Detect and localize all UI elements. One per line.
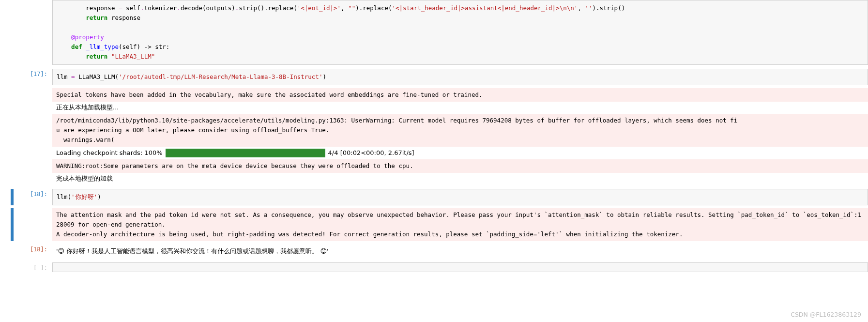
result-text: '😊 你好呀！我是人工智能语言模型，很高兴和你交流！有什么问题或话题想聊，我都愿… xyxy=(52,244,868,259)
code-area[interactable] xyxy=(52,262,868,272)
progress-bar xyxy=(166,149,325,157)
stdout: 完成本地模型的加载 xyxy=(52,173,868,185)
output-prompt-empty xyxy=(14,208,52,241)
input-prompt: [17]: xyxy=(14,69,52,85)
input-prompt: [18]: xyxy=(14,189,52,205)
code-area[interactable]: llm('你好呀') xyxy=(52,189,868,205)
progress-row: Loading checkpoint shards: 100% 4/4 [00:… xyxy=(52,147,868,159)
output-prompt: [18]: xyxy=(14,244,52,259)
code-cell-17: [17]: llm = LLaMA3_LLM('/root/autodl-tmp… xyxy=(11,69,868,85)
code-cell-empty: [ ]: xyxy=(11,262,868,272)
code-cell-18: [18]: llm('你好呀') xyxy=(11,189,868,205)
output-cell-17: Special tokens have been added in the vo… xyxy=(11,88,868,185)
progress-label: Loading checkpoint shards: 100% xyxy=(56,149,163,156)
stderr: The attention mask and the pad token id … xyxy=(52,208,868,241)
output-prompt-empty xyxy=(14,88,52,185)
code-area[interactable]: response = self.tokenizer.decode(outputs… xyxy=(52,0,868,65)
stderr: WARNING:root:Some parameters are on the … xyxy=(52,159,868,173)
prompt-empty xyxy=(14,0,52,65)
progress-suffix: 4/4 [00:02<00:00, 2.67it/s] xyxy=(328,149,414,156)
stdout: 正在从本地加载模型... xyxy=(52,102,868,114)
output-cell-18-stderr: The attention mask and the pad token id … xyxy=(11,208,868,241)
code-cell-tail: response = self.tokenizer.decode(outputs… xyxy=(11,0,868,65)
stderr: /root/miniconda3/lib/python3.10/site-pac… xyxy=(52,114,868,147)
code-area[interactable]: llm = LLaMA3_LLM('/root/autodl-tmp/LLM-R… xyxy=(52,69,868,85)
stderr: Special tokens have been added in the vo… xyxy=(52,88,868,102)
output-cell-18-result: [18]: '😊 你好呀！我是人工智能语言模型，很高兴和你交流！有什么问题或话题… xyxy=(11,244,868,259)
input-prompt-empty: [ ]: xyxy=(14,262,52,272)
